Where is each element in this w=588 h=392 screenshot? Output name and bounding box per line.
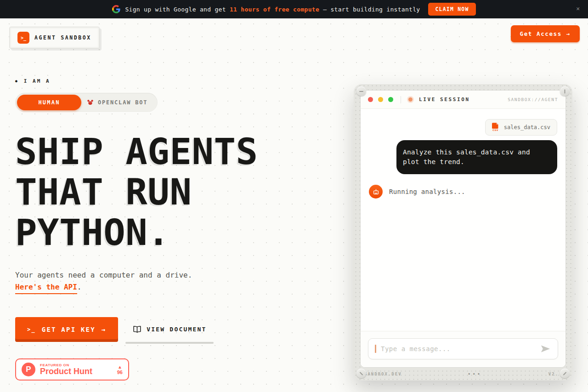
claim-now-button[interactable]: CLAIM NOW (428, 3, 475, 16)
screw-icon (356, 86, 366, 96)
live-status-icon (408, 97, 413, 102)
screw-icon (560, 369, 570, 378)
session-address: SANDBOX://AGENT (508, 97, 558, 102)
logo-label: AGENT SANDBOX (34, 34, 91, 41)
user-message-bubble: Analyze this sales_data.csv and plot the… (396, 140, 557, 174)
terminal-prompt-icon: >_ (17, 32, 29, 44)
arrow-right-icon: → (566, 30, 571, 37)
divider (401, 96, 401, 103)
window-titlebar: LIVE SESSION SANDBOX://AGENT (361, 91, 565, 109)
api-link[interactable]: Here's the API (15, 283, 77, 294)
message-input[interactable] (381, 345, 535, 352)
footer-version-label: V2. (548, 372, 559, 376)
product-hunt-name: Product Hunt (40, 367, 92, 376)
upvote-icon: ▲ (118, 364, 122, 369)
live-session-window: LIVE SESSION SANDBOX://AGENT csv sales_d… (360, 90, 566, 368)
cta-row: >_ GET API KEY → VIEW DOCUMENT (15, 317, 328, 344)
get-access-button[interactable]: Get Access → (511, 25, 580, 42)
close-window-icon[interactable] (368, 97, 373, 102)
send-icon[interactable] (540, 344, 551, 354)
toggle-option-openclaw-bot[interactable]: OPENCLAW BOT (81, 95, 156, 110)
promo-highlight: 11 hours of free compute (230, 6, 319, 13)
active-tab-underline (125, 342, 214, 344)
footer-dots: ••• (468, 372, 482, 376)
screw-icon (356, 369, 366, 378)
product-hunt-icon: P (22, 363, 35, 376)
google-icon (112, 5, 120, 13)
banner-close-icon[interactable]: ✕ (576, 5, 580, 12)
agent-status-text: Running analysis... (389, 188, 465, 195)
arrow-right-icon: → (102, 326, 107, 333)
footer-site-label: SANDBOX.DEV (364, 372, 402, 376)
screw-icon (560, 86, 570, 96)
file-attachment-chip[interactable]: csv sales_data.csv (485, 119, 557, 136)
session-title: LIVE SESSION (419, 97, 470, 102)
terminal-prompt-icon: >_ (27, 326, 36, 333)
promo-banner: Sign up with Google and get 11 hours of … (0, 0, 588, 18)
product-hunt-badge[interactable]: P FEATURED ON Product Hunt ▲ 96 (15, 358, 129, 381)
toggle-option-human[interactable]: HUMAN (17, 95, 81, 110)
frame-footer: SANDBOX.DEV ••• V2. (354, 368, 572, 381)
csv-file-icon: csv (492, 123, 499, 132)
eyebrow-label: ● I AM A (15, 78, 328, 84)
minimize-window-icon[interactable] (378, 97, 383, 102)
hero-subtitle: Your agents need a computer and a drive.… (15, 269, 328, 293)
page-title: SHIP AGENTS THAT RUN PYTHON. (15, 131, 328, 253)
get-api-key-button[interactable]: >_ GET API KEY → (15, 317, 118, 342)
bullet-icon: ● (15, 79, 19, 83)
book-icon (133, 325, 141, 333)
maximize-window-icon[interactable] (388, 97, 393, 102)
agent-sandbox-logo[interactable]: >_ AGENT SANDBOX (9, 27, 100, 49)
robot-avatar-icon (369, 185, 383, 199)
text-cursor (375, 345, 376, 353)
agent-message: Running analysis... (369, 185, 557, 199)
lobster-icon (87, 99, 94, 106)
live-session-window-frame: LIVE SESSION SANDBOX://AGENT csv sales_d… (354, 84, 572, 381)
hero-section: ● I AM A HUMAN OPENCLAW BOT SHIP AGENTS … (15, 78, 328, 344)
chat-area: csv sales_data.csv Analyze this sales_da… (361, 109, 565, 331)
message-input-bar (361, 331, 565, 367)
promo-text: Sign up with Google and get 11 hours of … (125, 6, 420, 13)
identity-toggle: HUMAN OPENCLAW BOT (15, 93, 158, 112)
upvote-count: ▲ 96 (117, 364, 123, 375)
view-document-button[interactable]: VIEW DOCUMENT (125, 317, 214, 344)
